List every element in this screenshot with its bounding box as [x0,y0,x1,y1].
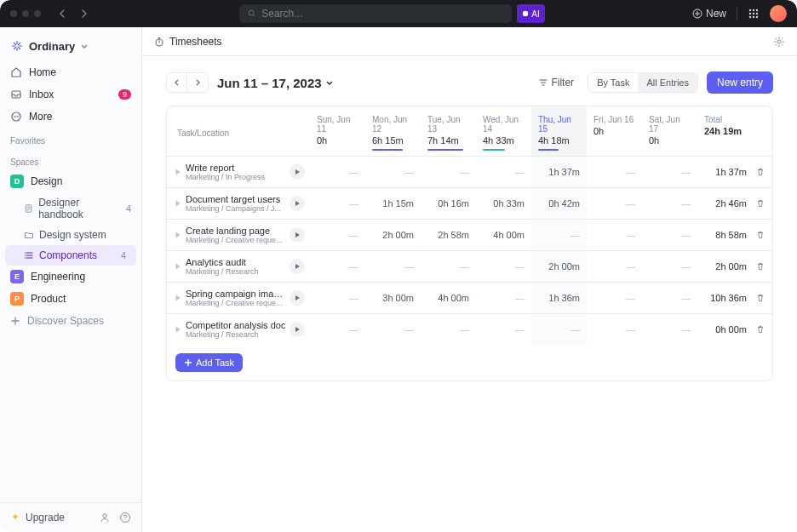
time-cell[interactable]: — [531,220,587,251]
sidebar-child-components[interactable]: Components4 [5,245,136,266]
trash-icon[interactable] [755,261,765,272]
help-icon[interactable] [119,512,131,523]
workspace-switcher[interactable]: Ordinary [0,34,141,61]
time-cell[interactable]: — [365,251,421,283]
time-cell[interactable]: 4h 00m [421,283,476,314]
trash-icon[interactable] [755,198,765,209]
traffic-close-icon[interactable] [10,10,17,17]
time-cell[interactable]: — [476,283,531,314]
time-cell[interactable]: — [365,314,421,346]
user-avatar[interactable] [770,5,787,22]
time-cell[interactable]: 2h 58m [421,220,476,251]
traffic-max-icon[interactable] [34,10,41,17]
time-cell[interactable]: — [642,188,697,220]
time-cell[interactable]: — [476,157,531,188]
time-cell[interactable]: — [587,314,642,346]
forward-button[interactable] [75,5,92,22]
upgrade-button[interactable]: Upgrade [10,512,90,523]
trash-icon[interactable] [755,324,765,335]
play-button[interactable] [290,196,305,211]
time-cell[interactable]: 1h 36m [531,283,587,314]
next-week-button[interactable] [187,73,208,92]
sidebar-space-engineering[interactable]: EEngineering [0,266,141,288]
time-cell[interactable]: — [531,314,587,346]
play-button[interactable] [290,322,305,337]
settings-icon[interactable] [773,36,785,48]
task-cell[interactable]: Spring campaign imag... Marketing / Crea… [167,283,310,313]
time-cell[interactable]: — [642,314,697,346]
time-cell[interactable]: 0h 16m [421,188,476,220]
svg-point-20 [25,257,26,258]
time-cell[interactable]: — [310,283,365,314]
time-cell[interactable]: — [310,251,365,283]
play-button[interactable] [290,290,305,306]
expand-caret-icon[interactable] [174,199,182,208]
time-cell[interactable]: — [365,157,421,188]
time-cell[interactable]: 3h 00m [365,283,421,314]
time-cell[interactable]: — [310,157,365,188]
task-cell[interactable]: Create landing page Marketing / Creative… [167,220,310,250]
sidebar-item-inbox[interactable]: Inbox 9 [0,83,141,106]
new-button[interactable]: New [692,8,726,20]
discover-spaces[interactable]: Discover Spaces [0,310,141,332]
time-cell[interactable]: 1h 15m [365,188,421,220]
task-cell[interactable]: Competitor analysis doc Marketing / Rese… [167,314,310,345]
sidebar-space-design[interactable]: DDesign [0,170,141,192]
sidebar-child-design-system[interactable]: Design system [0,225,141,245]
time-cell[interactable]: 2h 00m [365,220,421,251]
expand-caret-icon[interactable] [174,262,182,271]
time-cell[interactable]: — [587,251,642,283]
filter-button[interactable]: Filter [530,72,582,93]
apps-icon[interactable] [748,8,760,20]
task-cell[interactable]: Document target users Marketing / Campai… [167,188,310,219]
task-cell[interactable]: Write report Marketing / In Progress [167,157,310,187]
back-button[interactable] [54,5,72,22]
new-entry-button[interactable]: New entry [707,72,773,94]
play-button[interactable] [290,259,305,274]
time-cell[interactable]: 1h 37m [531,157,587,188]
time-cell[interactable]: — [476,251,531,283]
time-cell[interactable]: 0h 33m [476,188,531,220]
expand-caret-icon[interactable] [174,231,182,239]
time-cell[interactable]: — [587,220,642,251]
time-cell[interactable]: — [642,220,697,251]
time-cell[interactable]: 0h 42m [531,188,587,220]
time-cell[interactable]: — [421,251,476,283]
time-cell[interactable]: 4h 00m [476,220,531,251]
time-cell[interactable]: 2h 00m [531,251,587,283]
expand-caret-icon[interactable] [174,325,182,334]
time-cell[interactable]: — [310,314,365,346]
sidebar-child-designer-handbook[interactable]: Designer handbook4 [0,192,141,225]
time-cell[interactable]: — [476,314,531,346]
sidebar-space-product[interactable]: PProduct [0,288,141,310]
invite-icon[interactable] [99,512,111,523]
time-cell[interactable]: — [642,157,697,188]
expand-caret-icon[interactable] [174,294,182,302]
trash-icon[interactable] [755,167,765,177]
by-task-toggle[interactable]: By Task [588,73,638,92]
time-cell[interactable]: — [587,283,642,314]
all-entries-toggle[interactable]: All Entries [638,73,697,92]
traffic-min-icon[interactable] [22,10,29,17]
time-cell[interactable]: — [310,188,365,220]
task-cell[interactable]: Analytics audit Marketing / Research [167,251,310,282]
play-button[interactable] [290,164,305,180]
trash-icon[interactable] [755,230,765,240]
date-range-picker[interactable]: Jun 11 – 17, 2023 [217,76,334,90]
time-cell[interactable]: — [587,188,642,220]
time-cell[interactable]: — [642,283,697,314]
time-cell[interactable]: — [421,314,476,346]
play-button[interactable] [290,227,305,243]
sidebar-item-home[interactable]: Home [0,61,141,83]
sidebar-item-more[interactable]: More [0,106,141,128]
prev-week-button[interactable] [167,73,187,92]
time-cell[interactable]: — [587,157,642,188]
time-cell[interactable]: — [642,251,697,283]
time-cell[interactable]: — [421,157,476,188]
time-cell[interactable]: — [310,220,365,251]
ai-badge[interactable]: AI [517,4,544,23]
add-task-button[interactable]: Add Task [175,353,243,372]
expand-caret-icon[interactable] [174,168,182,176]
global-search[interactable]: Search... [239,4,512,23]
trash-icon[interactable] [755,293,765,303]
